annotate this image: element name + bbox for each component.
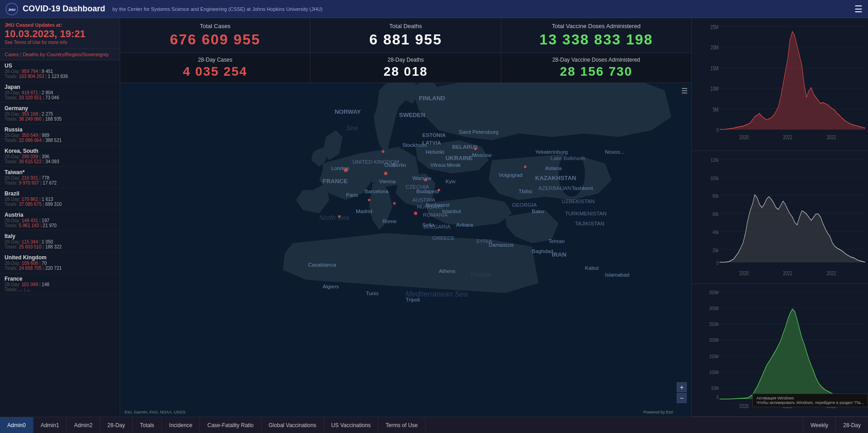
day28-vaccine-label: 28-Day Vaccine Doses Administered [552, 57, 640, 63]
svg-text:5M: 5M [713, 106, 718, 112]
stats-bar-2: 28-Day Cases 4 035 254 28-Day Deaths 28 … [120, 53, 691, 83]
list-item[interactable]: Russia 28-Day: 350 549 | 989 Totals: 22 … [0, 124, 120, 146]
list-item[interactable]: France 28-Day: 101 049 | 148 Totals: ...… [0, 273, 120, 295]
map-powered-by: Powered by Esri [643, 410, 673, 414]
svg-text:2020: 2020 [739, 403, 749, 409]
svg-text:80k: 80k [713, 193, 718, 199]
svg-text:GREECE: GREECE [432, 235, 455, 241]
total-cases-card: Total Cases 676 609 955 [120, 18, 310, 53]
svg-text:Moscow: Moscow [472, 152, 492, 158]
svg-text:Tashkent: Tashkent [572, 185, 593, 191]
day28-vaccine-card: 28-Day Vaccine Doses Administered 28 156… [501, 53, 691, 83]
country-totals: Totals: 25 603 510 | 188 322 [5, 244, 115, 249]
list-item[interactable]: Brazil 28-Day: 170 862 | 1 613 Totals: 3… [0, 188, 120, 209]
list-item[interactable]: Korea, South 28-Day: 290 039 | 396 Total… [0, 146, 120, 167]
day28-deaths-value: 28 018 [383, 64, 428, 79]
country-28day: 28-Day: 148 431 | 197 [5, 218, 115, 223]
day28-vaccine-value: 28 156 730 [560, 64, 632, 79]
timestamp-value: 10.03.2023, 19:21 [5, 28, 115, 40]
country-totals: Totals: 38 249 060 | 168 935 [5, 117, 115, 122]
toolbar-button-28-day[interactable]: 28-Day [100, 417, 133, 433]
country-name: Germany [5, 105, 115, 112]
country-28day: 28-Day: 959 794 | 9 451 [5, 69, 115, 74]
svg-text:Lake Balkhash: Lake Balkhash [550, 155, 585, 161]
hamburger-menu-icon[interactable]: ☰ [854, 4, 863, 15]
toolbar-button-global-vaccinations[interactable]: Global Vaccinations [262, 417, 324, 433]
terms-link[interactable]: See Terms of Use for more info [5, 40, 115, 45]
svg-text:North Sea: North Sea [320, 214, 349, 221]
svg-text:Mediterranean Sea: Mediterranean Sea [406, 290, 468, 298]
map-controls: + − [677, 382, 687, 403]
svg-text:Yekaterinburg: Yekaterinburg [535, 149, 568, 155]
svg-point-75 [414, 212, 417, 215]
country-name: Japan [5, 84, 115, 90]
map-layer-button[interactable]: ☰ [681, 87, 688, 95]
svg-text:FINLAND: FINLAND [419, 95, 445, 102]
sidebar-filter: Cases | Deaths by Country/Region/Soverei… [0, 49, 120, 60]
svg-text:Saint Petersburg: Saint Petersburg [459, 129, 498, 135]
svg-text:Algiers: Algiers [323, 283, 339, 289]
country-totals: Totals: 103 804 263 | 1 123 836 [5, 74, 115, 79]
country-totals: Totals: 9 970 937 | 17 672 [5, 180, 115, 185]
deaths-chart-inner: 120k 100k 80k 60k 40k 20k 0 2020 2021 20… [701, 153, 865, 282]
toolbar-button-admin1[interactable]: Admin1 [34, 417, 67, 433]
svg-text:JHU: JHU [8, 8, 15, 12]
list-item[interactable]: Taiwan* 28-Day: 216 931 | 778 Totals: 9 … [0, 167, 120, 188]
right-panel: Weekly Cases 25M 20M 15M 10M 5M [691, 18, 868, 417]
header: JHU COVID-19 Dashboard by the Center for… [0, 0, 868, 18]
filter-cases[interactable]: Cases [5, 52, 19, 57]
toolbar-right-button-weekly[interactable]: Weekly [803, 417, 835, 433]
list-item[interactable]: Japan 28-Day: 418 671 | 2 804 Totals: 33… [0, 82, 120, 103]
filter-deaths[interactable]: Deaths by [23, 52, 45, 57]
svg-text:Islamabad: Islamabad [605, 272, 630, 277]
map-area[interactable]: Oslo Stockholm Helsinki Saint Petersburg… [120, 83, 691, 417]
toolbar-button-us-vaccinations[interactable]: US Vaccinations [324, 417, 378, 433]
total-cases-label: Total Cases [200, 23, 231, 29]
country-totals: Totals: 30 615 522 | 34 093 [5, 159, 115, 164]
list-item[interactable]: United Kingdom 28-Day: 109 608 | 70 Tota… [0, 252, 120, 273]
list-item[interactable]: US 28-Day: 959 794 | 9 451 Totals: 103 8… [0, 60, 120, 82]
weekly-deaths-chart: Weekly Deaths 120k 100k 80k 60k [692, 151, 868, 284]
svg-text:2022: 2022 [827, 270, 836, 276]
svg-text:Casablanca: Casablanca [308, 262, 336, 268]
country-list: US 28-Day: 959 794 | 9 451 Totals: 103 8… [0, 60, 120, 417]
svg-text:BELARUS: BELARUS [452, 144, 478, 150]
toolbar-button-incidence[interactable]: Incidence [162, 417, 200, 433]
list-item[interactable]: Austria 28-Day: 148 431 | 197 Totals: 5 … [0, 209, 120, 231]
header-left: JHU COVID-19 Dashboard by the Center for… [5, 3, 322, 15]
list-item[interactable]: Italy 28-Day: 115 344 | 1 050 Totals: 25… [0, 231, 120, 252]
toolbar-right-button-28-day[interactable]: 28-Day [835, 417, 868, 433]
svg-text:0: 0 [717, 394, 719, 400]
country-28day: 28-Day: 170 862 | 1 613 [5, 197, 115, 202]
country-totals: Totals: 24 658 705 | 220 721 [5, 266, 115, 271]
list-item[interactable]: Germany 28-Day: 355 168 | 2 275 Totals: … [0, 103, 120, 124]
bottom-toolbar: Admin0Admin1Admin228-DayTotalsIncidenceC… [0, 417, 868, 433]
toolbar-button-admin0[interactable]: Admin0 [0, 417, 34, 433]
country-28day: 28-Day: 109 608 | 70 [5, 261, 115, 266]
svg-text:Sea: Sea [346, 124, 358, 131]
toolbar-button-case-fatality-ratio[interactable]: Case-Fatality Ratio [200, 417, 261, 433]
svg-text:2020: 2020 [739, 270, 749, 276]
toolbar-button-admin2[interactable]: Admin2 [67, 417, 100, 433]
toolbar-right-group: Weekly28-Day [803, 417, 868, 433]
svg-text:40k: 40k [713, 229, 718, 235]
country-name: Italy [5, 233, 115, 239]
zoom-in-button[interactable]: + [677, 382, 687, 392]
world-map: Oslo Stockholm Helsinki Saint Petersburg… [120, 83, 691, 417]
toolbar-button-terms-of-use[interactable]: Terms of Use [378, 417, 426, 433]
svg-text:0: 0 [716, 127, 718, 133]
svg-text:Damascus: Damascus [489, 242, 514, 248]
svg-text:Baku: Baku [532, 208, 544, 214]
zoom-out-button[interactable]: − [677, 393, 687, 403]
svg-text:Barcelona: Barcelona [364, 188, 388, 194]
timestamp-label: JHU Ceased Updates at: [5, 22, 115, 28]
svg-point-74 [393, 202, 396, 205]
svg-text:TUNISIA: TUNISIA [470, 272, 491, 277]
svg-text:2022: 2022 [827, 134, 836, 140]
country-28day: 28-Day: 350 549 | 989 [5, 133, 115, 138]
sidebar: JHU Ceased Updates at: 10.03.2023, 19:21… [0, 18, 120, 417]
svg-text:Minsk: Minsk [447, 162, 461, 168]
country-name: Austria [5, 212, 115, 218]
toolbar-button-totals[interactable]: Totals [133, 417, 162, 433]
svg-point-80 [338, 215, 341, 218]
